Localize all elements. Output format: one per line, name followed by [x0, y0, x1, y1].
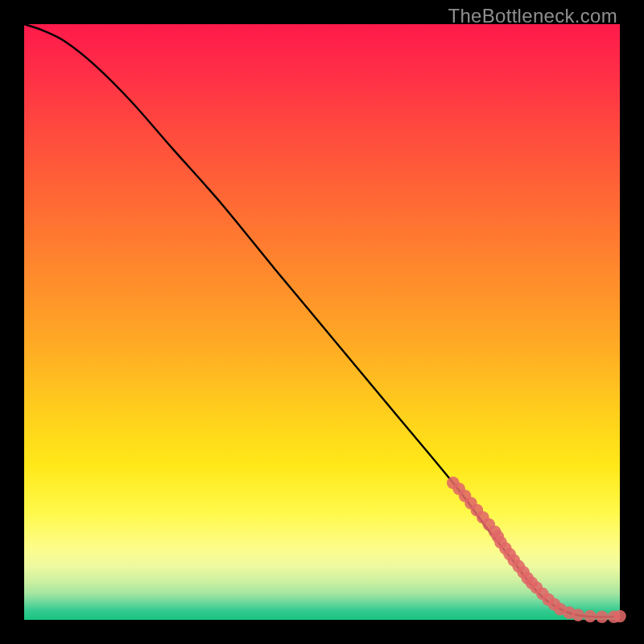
marker-dot: [613, 610, 626, 623]
curve-layer: [24, 24, 620, 620]
marker-cluster: [447, 477, 626, 623]
marker-dot: [584, 610, 597, 623]
bottleneck-curve: [24, 24, 620, 617]
marker-dot: [572, 609, 584, 621]
chart-stage: TheBottleneck.com: [0, 0, 644, 644]
plot-area: [24, 24, 620, 620]
marker-dot: [596, 611, 609, 624]
